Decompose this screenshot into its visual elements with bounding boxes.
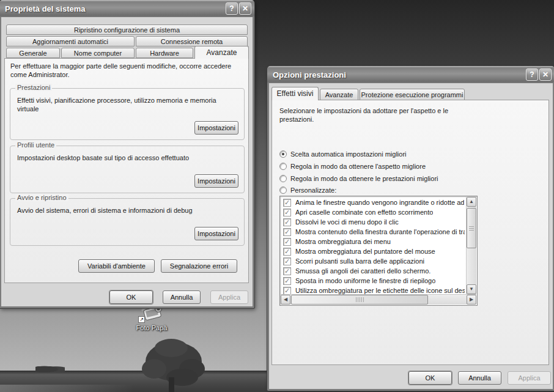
wallpaper-grass-highlight [0, 385, 135, 392]
radio-selected-icon [279, 150, 287, 158]
tab-ripristino-configurazione[interactable]: Ripristino configurazione di sistema [6, 24, 248, 35]
desktop: ↗ Foto Papà Proprietà del sistema ? ✕ Ri… [0, 0, 554, 392]
cancel-button[interactable]: Annulla [458, 371, 501, 385]
ok-button[interactable]: OK [408, 371, 452, 385]
intro-text: Selezionare le impostazioni da adottare … [279, 106, 481, 124]
performance-options-body: Effetti visivi Avanzate Protezione esecu… [269, 83, 553, 389]
checkbox-checked-icon[interactable]: ✓ [283, 218, 291, 226]
apply-button: Applica [210, 290, 248, 304]
window-title: Proprietà del sistema [5, 4, 224, 13]
window-title: Opzioni prestazioni [273, 70, 525, 80]
list-item[interactable]: ✓ Mostra ombreggiatura dei menu [281, 237, 465, 246]
radio-prestazioni-migliori[interactable]: Regola in modo da ottenere le prestazion… [279, 174, 438, 183]
group-profili-utente-description: Impostazioni desktop basate sul tipo di … [17, 153, 235, 162]
radio-scelta-automatica[interactable]: Scelta automatica impostazioni migliori [279, 149, 407, 159]
vertical-scrollbar[interactable]: ▲ ▼ [466, 197, 476, 294]
scroll-right-button[interactable]: ▶ [467, 295, 476, 305]
list-item[interactable]: ✓ Scorri pulsanti sulla barra delle appl… [281, 256, 465, 266]
radio-label: Regola in modo da ottenere le prestazion… [290, 175, 438, 182]
group-avvio-ripristino-label: Avvio e ripristino [15, 194, 68, 201]
ok-button[interactable]: OK [109, 290, 153, 304]
radio-label: Regola in modo da ottenere l'aspetto mig… [290, 163, 426, 170]
group-avvio-ripristino-description: Avvio del sistema, errori di sistema e i… [17, 206, 235, 215]
radio-label: Scelta automatica impostazioni migliori [290, 150, 407, 158]
group-prestazioni-label: Prestazioni [15, 84, 52, 91]
close-button[interactable]: ✕ [239, 2, 251, 15]
checkbox-checked-icon[interactable]: ✓ [283, 228, 291, 236]
thumb-grip [469, 226, 474, 231]
scroll-left-button[interactable]: ◀ [281, 295, 290, 305]
desktop-icon-label: Foto Papà [136, 324, 168, 331]
wallpaper-bushes [35, 364, 65, 372]
vertical-scrollbar-thumb[interactable] [467, 208, 476, 248]
performance-options-titlebar[interactable]: Opzioni prestazioni ? ✕ [267, 66, 554, 83]
checkbox-checked-icon[interactable]: ✓ [283, 267, 291, 275]
list-item[interactable]: ✓ Smussa gli angoli dei caratteri dello … [281, 266, 465, 276]
list-item[interactable]: ✓ Dissolvi le voci di menu dopo il clic [281, 217, 465, 227]
system-properties-body: Ripristino configurazione di sistema Agg… [1, 17, 253, 306]
scroll-down-button[interactable]: ▼ [467, 284, 476, 294]
checkbox-checked-icon[interactable]: ✓ [283, 257, 291, 265]
group-profili-utente: Profili utente Impostazioni desktop basa… [10, 146, 245, 193]
tab-avanzate[interactable]: Avanzate [320, 89, 358, 100]
list-item[interactable]: ✓ Apri caselle combinate con effetto sco… [281, 207, 465, 217]
tab-hardware[interactable]: Hardware [136, 48, 193, 58]
radio-personalizzate[interactable]: Personalizzate: [279, 185, 336, 195]
system-properties-dialog: Proprietà del sistema ? ✕ Ripristino con… [0, 0, 254, 308]
tab-generale[interactable]: Generale [6, 48, 60, 58]
radio-icon [279, 163, 287, 170]
radio-label: Personalizzate: [290, 187, 336, 194]
wallpaper-tree [137, 337, 208, 392]
checkbox-checked-icon[interactable]: ✓ [283, 277, 291, 285]
list-item[interactable]: ✓ Sposta in modo uniforme le finestre di… [281, 276, 465, 286]
help-button[interactable]: ? [226, 2, 238, 15]
close-button[interactable]: ✕ [539, 68, 552, 81]
horizontal-scrollbar-thumb[interactable] [291, 295, 428, 305]
tab-avanzate[interactable]: Avanzate [194, 46, 249, 59]
apply-button: Applica [508, 371, 551, 385]
avanzate-tab-page: Per effettuare la maggior parte delle se… [4, 58, 249, 283]
list-item[interactable]: ✓ Anima le finestre quando vengono ingra… [281, 198, 465, 207]
radio-aspetto-migliore[interactable]: Regola in modo da ottenere l'aspetto mig… [279, 161, 426, 171]
tab-protezione-esecuzione-programmi[interactable]: Protezione esecuzione programmi [360, 89, 465, 100]
group-profili-utente-label: Profili utente [15, 141, 56, 149]
checkbox-checked-icon[interactable]: ✓ [283, 287, 291, 295]
prestazioni-impostazioni-button[interactable]: Impostazioni [194, 121, 238, 135]
system-properties-titlebar[interactable]: Proprietà del sistema ? ✕ [0, 0, 254, 17]
list-item[interactable]: ✓ Mostra contenuto della finestra durant… [281, 227, 465, 237]
group-prestazioni-description: Effetti visivi, pianificazione processor… [17, 96, 235, 113]
scroll-up-button[interactable]: ▲ [467, 197, 476, 207]
help-button[interactable]: ? [526, 68, 538, 81]
group-prestazioni: Prestazioni Effetti visivi, pianificazio… [10, 88, 245, 140]
checkbox-checked-icon[interactable]: ✓ [283, 248, 291, 256]
checkbox-checked-icon[interactable]: ✓ [283, 238, 291, 246]
group-avvio-ripristino: Avvio e ripristino Avvio del sistema, er… [10, 198, 245, 246]
variabili-ambiente-button[interactable]: Variabili d'ambiente [78, 259, 155, 273]
horizontal-scrollbar[interactable]: ◀ ▶ [281, 294, 476, 305]
profili-utente-impostazioni-button[interactable]: Impostazioni [194, 174, 238, 188]
effetti-visivi-tab-page: Selezionare le impostazioni da adottare … [271, 100, 549, 365]
cancel-button[interactable]: Annulla [163, 290, 201, 304]
avvio-ripristino-impostazioni-button[interactable]: Impostazioni [194, 227, 238, 240]
performance-options-dialog: Opzioni prestazioni ? ✕ Effetti visivi A… [267, 66, 554, 391]
tab-connessione-remota[interactable]: Connessione remota [136, 36, 248, 46]
admin-notice-text: Per effettuare la maggior parte delle se… [10, 62, 244, 79]
radio-icon [279, 187, 287, 194]
radio-icon [279, 175, 287, 182]
visual-effects-list[interactable]: ✓ Anima le finestre quando vengono ingra… [279, 196, 478, 306]
tab-effetti-visivi[interactable]: Effetti visivi [271, 87, 319, 100]
checkbox-checked-icon[interactable]: ✓ [283, 209, 291, 216]
tab-aggiornamenti-automatici[interactable]: Aggiornamenti automatici [6, 36, 135, 46]
thumb-grip [356, 297, 364, 302]
checkbox-checked-icon[interactable]: ✓ [283, 199, 291, 207]
tab-nome-computer[interactable]: Nome computer [61, 48, 135, 58]
shortcut-arrow-icon: ↗ [138, 316, 145, 323]
segnalazione-errori-button[interactable]: Segnalazione errori [161, 259, 237, 273]
list-item[interactable]: ✓ Mostra ombreggiatura del puntatore del… [281, 246, 465, 256]
